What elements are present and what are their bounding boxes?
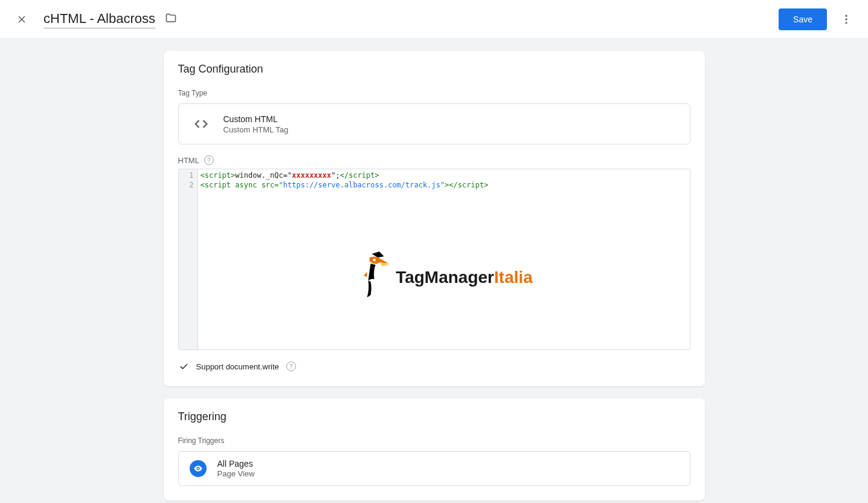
help-icon[interactable]: ? [286, 362, 296, 371]
svg-point-1 [845, 18, 847, 20]
firing-triggers-label: Firing Triggers [178, 436, 690, 445]
folder-button[interactable] [165, 12, 177, 26]
folder-icon [165, 12, 177, 24]
svg-point-2 [845, 22, 847, 24]
svg-point-0 [845, 15, 847, 16]
header-bar: cHTML - Albacross Save [0, 0, 868, 39]
triggering-card: Triggering Firing Triggers All Pages Pag… [164, 398, 705, 501]
tag-configuration-card: Tag Configuration Tag Type Custom HTML C… [164, 51, 705, 386]
html-code-editor[interactable]: 1 2 <script>window._nQc="xxxxxxxxx";</sc… [178, 169, 690, 350]
check-icon [178, 361, 189, 372]
tag-type-label: Tag Type [178, 89, 690, 97]
support-document-write-label: Support document.write [196, 362, 279, 371]
custom-html-icon [190, 112, 213, 135]
trigger-type: Page View [217, 469, 255, 478]
watermark-logo: TagManagerItalia [355, 250, 533, 305]
code-gutter: 1 2 [179, 169, 198, 349]
svg-point-3 [373, 259, 375, 261]
eye-icon [193, 464, 203, 473]
close-button[interactable] [10, 7, 34, 31]
pageview-trigger-icon [190, 460, 207, 477]
triggering-title: Triggering [178, 411, 690, 423]
code-area[interactable]: <script>window._nQc="xxxxxxxxx";</script… [198, 169, 690, 349]
tag-type-name: Custom HTML [223, 114, 289, 124]
close-icon [16, 13, 28, 25]
html-field-label: HTML [178, 156, 199, 165]
trigger-selector[interactable]: All Pages Page View [178, 451, 690, 486]
more-vert-icon [840, 13, 852, 25]
tag-type-selector[interactable]: Custom HTML Custom HTML Tag [178, 103, 690, 144]
woodpecker-icon [355, 250, 391, 305]
tag-name-input[interactable]: cHTML - Albacross [43, 10, 155, 28]
tag-type-subtitle: Custom HTML Tag [223, 125, 289, 134]
tag-configuration-title: Tag Configuration [178, 63, 690, 76]
save-button[interactable]: Save [779, 8, 827, 30]
code-line-2: <script async src="https://serve.albacro… [201, 180, 687, 190]
support-document-write-row[interactable]: Support document.write ? [178, 361, 690, 372]
help-icon[interactable]: ? [204, 155, 214, 165]
code-line-1: <script>window._nQc="xxxxxxxxx";</script… [201, 170, 687, 180]
more-menu-button[interactable] [834, 7, 858, 31]
trigger-name: All Pages [217, 459, 255, 469]
